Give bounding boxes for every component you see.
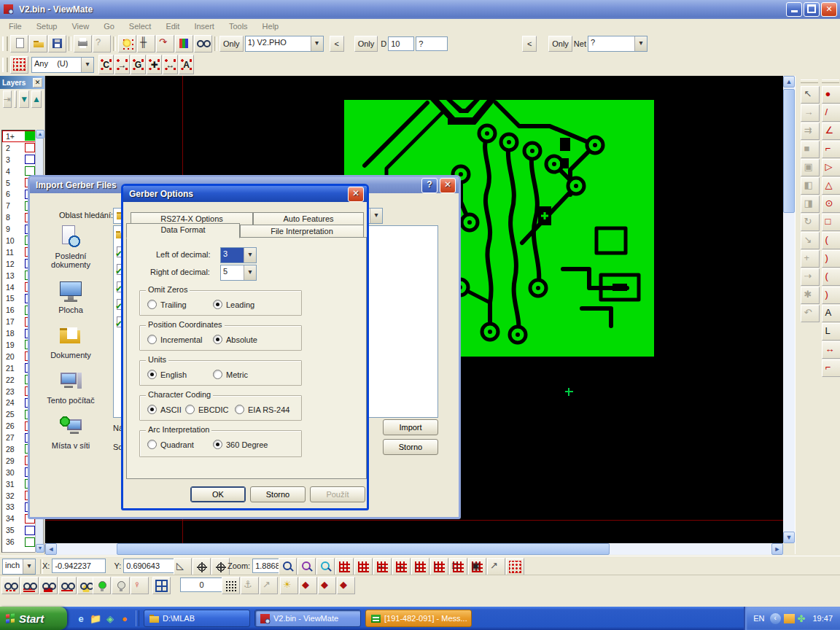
start-button[interactable]: Start [0, 607, 67, 630]
help-button[interactable] [421, 178, 438, 193]
radio-ascii[interactable]: ASCII [147, 405, 182, 414]
radio-ebcdic[interactable]: EBCDIC [185, 405, 229, 414]
place-desktop[interactable]: Plocha [37, 279, 104, 314]
select-net-icon[interactable]: ↔ [163, 55, 178, 74]
radio-english[interactable]: English [147, 370, 187, 379]
radio-eia-rs244[interactable]: EIA RS-244 [235, 405, 289, 414]
draw-arc-ccw-tool-icon[interactable]: ) [822, 250, 840, 268]
dcode-query-field[interactable]: ? [416, 36, 448, 51]
tray-messenger-icon[interactable] [784, 614, 795, 623]
chevron-down-icon[interactable] [311, 36, 323, 51]
layer-color-swatch[interactable] [25, 537, 35, 547]
layer-film-icon[interactable] [14, 90, 17, 108]
help-book-icon[interactable]: ◈ [104, 612, 117, 625]
net-combo[interactable]: ? [588, 36, 648, 52]
layer-combo[interactable]: 1) V2.PHO [245, 36, 324, 52]
gerber-dialog-title-bar[interactable]: Gerber Options [123, 186, 367, 202]
close-button[interactable] [348, 187, 364, 202]
draw-circle-tool-icon[interactable]: ⊙ [822, 195, 840, 213]
place-recent-documents[interactable]: Poslední dokumenty [37, 225, 104, 269]
radio-quadrant[interactable]: Quadrant [147, 440, 194, 449]
task-messenger[interactable]: [191-482-091] - Mess... [365, 610, 472, 627]
pad-rotate-icon[interactable]: ◆ [318, 577, 336, 594]
move-tool-icon[interactable]: + [801, 250, 820, 268]
pad-origin-icon[interactable]: ◆ [337, 577, 355, 594]
menu-select[interactable]: Select [128, 21, 153, 31]
anchor-icon[interactable]: ⚓ [241, 577, 259, 594]
draw-pad-tool-icon[interactable]: ● [822, 86, 840, 104]
snap-grid-icon[interactable] [222, 577, 240, 594]
layer-color-swatch[interactable] [25, 143, 35, 152]
move-layer-up-icon[interactable]: ▲ [31, 90, 42, 108]
select-mode-combo[interactable]: Any (U) [31, 57, 94, 73]
apply-button[interactable]: Použít [310, 486, 365, 502]
close-icon[interactable]: ✕ [33, 78, 42, 88]
aperture-table-icon[interactable] [152, 577, 171, 594]
menu-setup[interactable]: Setup [35, 21, 59, 31]
settings-tool-icon[interactable]: ✱ [801, 287, 820, 304]
radio-leading[interactable]: Leading [213, 300, 254, 309]
select-gerber-icon[interactable]: G [131, 55, 146, 74]
y-coordinate-field[interactable]: 0.690643 [123, 559, 174, 573]
draw-label-tool-icon[interactable]: L [822, 323, 840, 341]
grid-icon[interactable] [354, 558, 373, 575]
chevron-down-icon[interactable] [244, 248, 256, 262]
menu-view[interactable]: View [70, 21, 90, 31]
minimize-button[interactable] [786, 2, 802, 17]
draw-arc-3pt-tool-icon[interactable]: ( [822, 268, 840, 286]
toolbar-grip[interactable] [2, 58, 8, 72]
pointer-tool-icon[interactable]: ↖ [801, 86, 820, 104]
task-mlab-folder[interactable]: D:\MLAB [144, 610, 250, 627]
task-viewmate[interactable]: V2.bin - ViewMate [254, 610, 361, 627]
only-layer-button[interactable]: Only [219, 36, 244, 52]
pan-down-icon[interactable]: ↓ [411, 558, 429, 575]
close-button[interactable] [440, 178, 456, 193]
pan-left-icon[interactable]: ← [373, 558, 392, 575]
maximize-button[interactable] [804, 2, 820, 17]
left-decimal-combo[interactable]: 3 [220, 247, 257, 263]
import-button[interactable]: Import [383, 419, 438, 435]
origin-icon[interactable] [192, 558, 211, 575]
radio-incremental[interactable]: Incremental [147, 335, 202, 344]
chevron-down-icon[interactable] [634, 36, 647, 51]
move-to-layer-tool-icon[interactable]: ⇉ [801, 122, 820, 140]
open-file-icon[interactable] [29, 35, 47, 52]
place-network[interactable]: Místa v síti [37, 415, 104, 450]
new-file-icon[interactable] [10, 35, 28, 52]
zoom-selection-icon[interactable] [316, 558, 335, 575]
menu-insert[interactable]: Insert [192, 21, 216, 31]
undo-shape-tool-icon[interactable]: ↶ [801, 305, 820, 322]
zoom-in-icon[interactable] [279, 558, 297, 575]
place-documents[interactable]: Dokumenty [37, 324, 104, 359]
firefox-icon[interactable]: ● [118, 612, 131, 625]
send-to-layer-icon[interactable]: ⇥ [3, 90, 12, 108]
outline-rect-tool-icon[interactable]: ▣ [801, 159, 820, 176]
rotate-tool-icon[interactable]: ↻ [801, 214, 820, 231]
prev-dcode-button[interactable]: < [522, 36, 537, 52]
flash-mode-icon[interactable]: ☀ [280, 577, 298, 594]
storno-button[interactable]: Storno [250, 486, 306, 502]
mirror-x-tool-icon[interactable]: ◧ [801, 177, 820, 195]
draw-triangle-tool-icon[interactable]: △ [822, 177, 840, 195]
select-pad-icon[interactable]: ✚ [147, 55, 162, 74]
language-indicator[interactable]: EN [751, 613, 766, 623]
menu-go[interactable]: Go [102, 21, 116, 31]
select-area-icon[interactable]: ↗ [487, 558, 505, 575]
layers-view-dots-icon[interactable] [1, 577, 20, 594]
select-points-icon[interactable] [506, 558, 524, 575]
pan-up-icon[interactable]: ↑ [430, 558, 448, 575]
layer-color-swatch[interactable] [25, 155, 35, 164]
menu-edit[interactable]: Edit [164, 21, 181, 31]
measure-icon[interactable]: ╫ [137, 35, 155, 52]
layers-view-solid-icon[interactable] [39, 577, 58, 594]
nudge-tool-icon[interactable]: ⇢ [801, 268, 820, 286]
draw-rectangle-tool-icon[interactable]: □ [822, 214, 840, 231]
vertical-scrollbar[interactable]: ▲ ▼ [783, 76, 795, 543]
layer-colors-icon[interactable] [175, 35, 193, 52]
probe-icon[interactable]: ♀ [131, 577, 149, 594]
prev-layer-button[interactable]: < [330, 36, 344, 52]
step-window-icon[interactable]: □ [449, 558, 467, 575]
draw-text-tool-icon[interactable]: A [822, 305, 840, 322]
dcode-field[interactable]: 10 [388, 36, 414, 51]
draw-curve-tool-icon[interactable]: ) [822, 287, 840, 304]
